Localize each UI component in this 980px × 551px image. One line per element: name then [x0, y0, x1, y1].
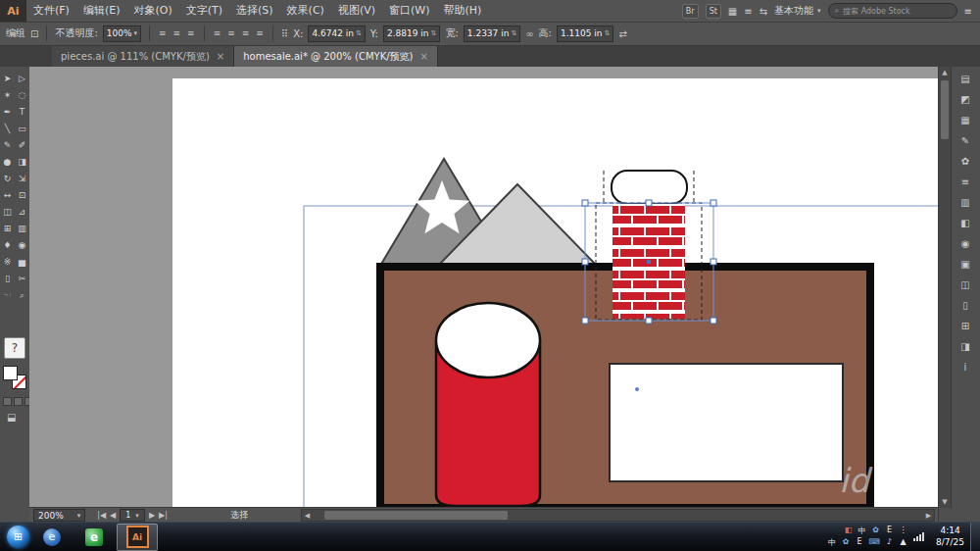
- gradient-panel-icon[interactable]: ▥: [955, 196, 976, 210]
- width-input[interactable]: 1.2337 in ⇅: [464, 25, 520, 42]
- first-artboard-button[interactable]: |◀: [97, 511, 106, 520]
- handle-bottom-right[interactable]: [710, 318, 716, 324]
- paintbrush-tool[interactable]: ✎: [1, 138, 15, 153]
- pathfinder-panel-icon[interactable]: ◨: [955, 340, 976, 354]
- taskbar-illustrator[interactable]: Ai: [117, 524, 158, 551]
- spinner-icon[interactable]: ⇅: [431, 29, 437, 37]
- handle-bottom-center[interactable]: [646, 318, 652, 324]
- artboard-tool[interactable]: ▯: [1, 272, 15, 286]
- network-icon[interactable]: [913, 532, 924, 541]
- handle-mid-right[interactable]: [710, 259, 716, 265]
- rotate-tool[interactable]: ↻: [1, 172, 15, 186]
- app-logo-icon[interactable]: Ai: [0, 0, 26, 22]
- align-center-icon[interactable]: ≡: [172, 28, 182, 38]
- scroll-down-button[interactable]: ▼: [939, 496, 951, 508]
- link-dimensions-icon[interactable]: ∞: [525, 28, 533, 39]
- menu-edit[interactable]: 编辑(E): [76, 0, 127, 22]
- workspace-switcher[interactable]: 基本功能 ▾: [774, 4, 821, 18]
- transform-icon[interactable]: ⊡: [30, 28, 38, 39]
- mesh-tool[interactable]: ⊞: [1, 222, 15, 236]
- y-input[interactable]: 2.8819 in ⇅: [383, 25, 440, 42]
- distribute-icon[interactable]: ≡: [255, 28, 265, 38]
- adobe-stock-search-input[interactable]: ⌕ 搜索 Adobe Stock: [828, 3, 957, 19]
- free-transform-tool[interactable]: ⊡: [16, 188, 29, 203]
- chimney-cap-shape[interactable]: [612, 171, 687, 204]
- align-panel-icon[interactable]: ⊞: [955, 320, 976, 333]
- ime-settings-icon[interactable]: ✿: [841, 537, 850, 548]
- prev-artboard-button[interactable]: ◀: [110, 511, 116, 520]
- eraser-tool[interactable]: ◨: [16, 155, 29, 170]
- fill-swatch-icon[interactable]: [3, 366, 18, 380]
- scroll-thumb[interactable]: [941, 80, 949, 139]
- door-rectangle-shape[interactable]: [610, 364, 843, 481]
- spinner-icon[interactable]: ⇅: [605, 29, 611, 37]
- appearance-panel-icon[interactable]: ◉: [955, 237, 976, 251]
- info-panel-icon[interactable]: i: [955, 361, 976, 375]
- color-panel-icon[interactable]: ▤: [955, 73, 976, 86]
- tab-homesale[interactable]: homesale.ai* @ 200% (CMYK/预览) ×: [234, 46, 438, 67]
- x-input[interactable]: 4.6742 in ⇅: [308, 25, 365, 42]
- layers-panel-icon[interactable]: ◫: [955, 278, 976, 292]
- perspective-grid-tool[interactable]: ⊿: [16, 205, 29, 220]
- artboards-panel-icon[interactable]: ▯: [955, 299, 976, 313]
- close-icon[interactable]: ×: [217, 51, 224, 62]
- ime-english-icon[interactable]: E: [885, 526, 894, 536]
- shape-builder-tool[interactable]: ◫: [1, 205, 15, 220]
- menu-select[interactable]: 选择(S): [229, 0, 280, 22]
- rectangle-tool[interactable]: ▭: [16, 122, 29, 136]
- symbols-panel-icon[interactable]: ✿: [955, 155, 976, 169]
- menu-effect[interactable]: 效果(C): [280, 0, 331, 22]
- eyedropper-tool[interactable]: ♦: [1, 238, 15, 253]
- volume-icon[interactable]: ♪: [885, 537, 894, 548]
- help-tooltip[interactable]: ?: [4, 337, 25, 359]
- arrange-grid-icon[interactable]: ▦: [728, 6, 737, 17]
- tray-more-icon[interactable]: ⋮: [899, 526, 907, 536]
- taskbar-browser2[interactable]: e: [74, 525, 114, 550]
- align-bottom-icon[interactable]: ≡: [241, 28, 251, 38]
- canvas-area[interactable]: id 200% ▾: [29, 67, 939, 523]
- scroll-up-button[interactable]: ▲: [939, 67, 951, 78]
- menu-object[interactable]: 对象(O): [126, 0, 178, 22]
- lasso-tool[interactable]: ◌: [16, 88, 29, 103]
- align-middle-icon[interactable]: ≡: [226, 28, 236, 38]
- pen-tool[interactable]: ✒: [1, 105, 15, 120]
- width-tool[interactable]: ↔: [1, 188, 15, 203]
- last-artboard-button[interactable]: ▶|: [159, 511, 168, 520]
- start-button[interactable]: ⊞: [7, 526, 29, 548]
- menu-type[interactable]: 文字(T): [179, 0, 229, 22]
- draw-behind-icon[interactable]: [14, 397, 23, 406]
- panel-menu-icon[interactable]: ≡: [964, 6, 972, 17]
- taskbar-clock[interactable]: 4:14 8/7/25: [936, 526, 964, 548]
- align-left-icon[interactable]: ≡: [158, 28, 168, 38]
- direct-selection-tool[interactable]: ▷: [16, 72, 29, 86]
- zoom-level-select[interactable]: 200% ▾: [33, 509, 85, 522]
- bridge-icon[interactable]: Br: [682, 4, 699, 19]
- scroll-right-button[interactable]: ▶: [923, 512, 934, 520]
- selection-center-point[interactable]: [647, 260, 651, 264]
- hand-tool[interactable]: ☜: [1, 288, 15, 303]
- fill-stroke-control[interactable]: [3, 366, 26, 389]
- show-desktop-button[interactable]: [970, 523, 980, 551]
- scroll-track[interactable]: [313, 510, 923, 521]
- column-graph-tool[interactable]: ▅: [16, 255, 29, 270]
- transparency-panel-icon[interactable]: ◧: [955, 217, 976, 230]
- share-icon[interactable]: ⇆: [760, 6, 767, 17]
- menu-help[interactable]: 帮助(H): [436, 0, 488, 22]
- keyboard-icon[interactable]: ⌨: [868, 537, 880, 548]
- scale-tool[interactable]: ⇲: [16, 172, 29, 186]
- close-icon[interactable]: ×: [419, 51, 427, 62]
- blend-tool[interactable]: ◉: [16, 238, 29, 253]
- slice-tool[interactable]: ✂: [16, 272, 29, 286]
- menu-view[interactable]: 视图(V): [331, 0, 382, 22]
- swatches-panel-icon[interactable]: ▦: [955, 114, 976, 127]
- pencil-tool[interactable]: ✐: [16, 138, 29, 153]
- spinner-icon[interactable]: ⇅: [356, 29, 362, 37]
- color-guide-panel-icon[interactable]: ◩: [955, 93, 976, 107]
- blob-brush-tool[interactable]: ●: [1, 155, 15, 170]
- stroke-panel-icon[interactable]: ≡: [955, 175, 976, 189]
- anchor-point[interactable]: [635, 387, 639, 391]
- cylinder-top-ellipse-shape[interactable]: [436, 303, 540, 377]
- magic-wand-tool[interactable]: ✶: [1, 88, 15, 103]
- brushes-panel-icon[interactable]: ✎: [955, 134, 976, 148]
- ime-settings-icon[interactable]: ✿: [871, 526, 880, 536]
